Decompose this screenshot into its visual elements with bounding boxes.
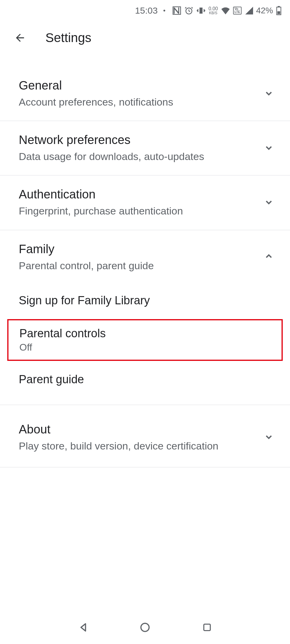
section-subtitle: Play store, build version, device certif… <box>19 439 219 453</box>
page-title: Settings <box>45 31 91 45</box>
chevron-down-icon <box>263 87 275 100</box>
chevron-down-icon <box>263 431 275 444</box>
battery-icon <box>276 6 282 15</box>
chevron-down-icon <box>263 142 275 155</box>
data-rate: 0.00 KB/S <box>209 6 218 15</box>
nav-back-button[interactable] <box>74 618 92 636</box>
family-signup-item[interactable]: Sign up for Family Library <box>0 284 290 317</box>
status-bar: 15:03 • 0.00 KB/S Vo LTE 42% <box>0 0 290 21</box>
triangle-left-icon <box>78 622 89 633</box>
section-family[interactable]: Family Parental control, parent guide <box>0 230 290 284</box>
alarm-icon <box>184 6 193 15</box>
chevron-up-icon <box>263 250 275 264</box>
section-title: General <box>19 79 173 92</box>
circle-icon <box>140 622 150 633</box>
status-time: 15:03 <box>135 5 158 16</box>
settings-list: General Account preferences, notificatio… <box>0 54 290 467</box>
back-button[interactable] <box>13 31 27 45</box>
subitem-title: Parent guide <box>19 373 275 386</box>
section-general[interactable]: General Account preferences, notificatio… <box>0 67 290 121</box>
section-family-group: Family Parental control, parent guide Si… <box>0 230 290 405</box>
svg-rect-2 <box>199 8 203 14</box>
square-icon <box>202 623 212 632</box>
svg-point-6 <box>141 623 149 632</box>
section-subtitle: Data usage for downloads, auto-updates <box>19 150 204 163</box>
section-subtitle: Fingerprint, purchase authentication <box>19 204 183 217</box>
svg-rect-7 <box>204 624 210 630</box>
section-title: Authentication <box>19 188 183 201</box>
nav-home-button[interactable] <box>136 618 154 636</box>
section-title: Network preferences <box>19 133 204 147</box>
svg-rect-5 <box>277 11 280 14</box>
nav-recent-button[interactable] <box>198 618 216 636</box>
svg-rect-4 <box>278 6 280 7</box>
section-about[interactable]: About Play store, build version, device … <box>0 408 290 467</box>
arrow-left-icon <box>14 32 26 44</box>
section-subtitle: Parental control, parent guide <box>19 259 154 272</box>
subitem-title: Sign up for Family Library <box>19 294 275 307</box>
status-dot-icon: • <box>163 7 166 15</box>
app-bar: Settings <box>0 21 290 54</box>
section-network[interactable]: Network preferences Data usage for downl… <box>0 121 290 175</box>
system-nav-bar <box>0 611 290 644</box>
section-title: About <box>19 423 219 436</box>
subitem-title: Parental controls <box>19 327 282 340</box>
parental-controls-item[interactable]: Parental controls Off <box>7 319 283 361</box>
section-subtitle: Account preferences, notifications <box>19 95 173 109</box>
battery-percent: 42% <box>256 6 273 15</box>
section-title: Family <box>19 242 154 256</box>
volte-badge: Vo LTE <box>233 7 242 15</box>
wifi-icon <box>221 7 230 15</box>
vibrate-icon <box>196 6 206 15</box>
signal-icon <box>245 7 253 15</box>
chevron-down-icon <box>263 196 275 209</box>
subitem-status: Off <box>19 342 282 353</box>
parent-guide-item[interactable]: Parent guide <box>0 363 290 396</box>
nfc-icon <box>172 6 181 15</box>
section-authentication[interactable]: Authentication Fingerprint, purchase aut… <box>0 175 290 230</box>
